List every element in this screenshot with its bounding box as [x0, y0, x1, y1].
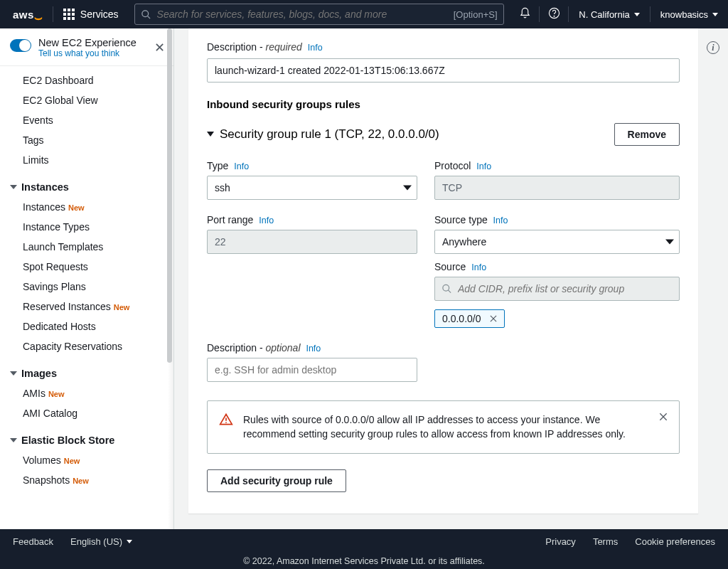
cookie-link[interactable]: Cookie preferences	[635, 536, 715, 547]
svg-line-5	[448, 290, 451, 293]
notifications-button[interactable]	[510, 7, 539, 21]
sidebar-item[interactable]: EC2 Dashboard	[0, 70, 173, 90]
sidebar-item[interactable]: AMIsNew	[0, 383, 173, 403]
source-input[interactable]	[434, 277, 680, 301]
global-search[interactable]: [Option+S]	[134, 4, 504, 25]
svg-point-3	[554, 16, 555, 16]
sidebar-item[interactable]: Spot Requests	[0, 257, 173, 277]
warning-icon	[219, 413, 233, 442]
info-link[interactable]: Info	[476, 161, 491, 171]
sidebar-section[interactable]: Elastic Block Store	[0, 423, 173, 450]
info-link[interactable]: Info	[234, 161, 249, 171]
sidebar-section[interactable]: Instances	[0, 170, 173, 197]
svg-line-1	[147, 16, 150, 18]
aws-logo[interactable]: aws⌣	[0, 8, 53, 21]
chevron-down-icon	[10, 438, 17, 442]
rule-port-field	[207, 230, 417, 254]
account-menu[interactable]: knowbasics	[651, 9, 728, 20]
info-link[interactable]: Info	[259, 216, 274, 225]
new-badge: New	[114, 303, 130, 312]
svg-point-0	[141, 10, 148, 16]
new-experience-toggle[interactable]	[10, 39, 31, 52]
services-menu[interactable]: Services	[53, 9, 129, 20]
sidebar-item[interactable]: AMI Catalog	[0, 403, 173, 423]
help-button[interactable]	[540, 7, 568, 21]
privacy-link[interactable]: Privacy	[545, 536, 576, 547]
remove-tag-button[interactable]	[488, 314, 498, 324]
feedback-link[interactable]: Feedback	[13, 536, 53, 547]
chevron-down-icon	[634, 13, 640, 16]
svg-point-9	[225, 422, 227, 423]
source-type-select[interactable]	[434, 230, 680, 254]
terms-link[interactable]: Terms	[593, 536, 618, 547]
chevron-down-icon	[127, 540, 132, 543]
add-rule-button[interactable]: Add security group rule	[207, 469, 346, 492]
sidebar-item[interactable]: Tags	[0, 130, 173, 150]
rule-description-input[interactable]	[207, 358, 417, 382]
rule-description-label: Description - optional Info	[207, 342, 417, 353]
rule-protocol-field	[434, 176, 680, 200]
new-badge: New	[64, 457, 80, 465]
chevron-down-icon	[712, 13, 718, 16]
chevron-down-icon	[403, 186, 412, 191]
sidebar-item[interactable]: Limits	[0, 150, 173, 170]
sidebar-item[interactable]: Reserved InstancesNew	[0, 297, 173, 317]
sg-description-input[interactable]	[207, 58, 680, 83]
new-experience-title: New EC2 Experience	[38, 37, 136, 48]
help-icon	[548, 7, 560, 19]
sidebar-item[interactable]: Capacity Reservations	[0, 336, 173, 356]
sidebar-item[interactable]: SnapshotsNew	[0, 470, 173, 490]
sidebar-item[interactable]: Instance Types	[0, 217, 173, 237]
new-badge: New	[48, 390, 65, 398]
info-link[interactable]: Info	[308, 43, 323, 53]
services-label: Services	[80, 9, 119, 20]
new-experience-feedback-link[interactable]: Tell us what you think	[38, 48, 136, 58]
chevron-down-icon	[665, 240, 674, 245]
rule-title: Security group rule 1 (TCP, 22, 0.0.0.0/…	[220, 127, 439, 142]
bell-icon	[519, 7, 531, 19]
search-icon	[141, 9, 151, 20]
rule-type-select[interactable]	[207, 176, 417, 200]
search-shortcut: [Option+S]	[454, 9, 498, 20]
new-badge: New	[73, 477, 89, 485]
sidebar-section[interactable]: Images	[0, 356, 173, 383]
sidebar-scrollbar[interactable]	[167, 28, 172, 363]
svg-point-4	[443, 284, 449, 291]
info-link[interactable]: Info	[493, 216, 508, 225]
new-badge: New	[68, 203, 85, 212]
remove-rule-button[interactable]: Remove	[614, 123, 680, 146]
description-label: Description - required Info	[207, 41, 680, 53]
sidebar-item[interactable]: InstancesNew	[0, 197, 173, 217]
info-link[interactable]: Info	[471, 262, 486, 272]
sidebar-item[interactable]: EC2 Global View	[0, 90, 173, 110]
sidebar-item[interactable]: Savings Plans	[0, 277, 173, 297]
search-input[interactable]	[151, 9, 454, 20]
info-link[interactable]: Info	[306, 344, 321, 353]
open-source-warning: Rules with source of 0.0.0.0/0 allow all…	[207, 400, 680, 454]
inbound-rules-heading: Inbound security groups rules	[207, 98, 680, 110]
chevron-down-icon	[10, 371, 17, 376]
region-selector[interactable]: N. California	[569, 9, 650, 20]
grid-icon	[63, 9, 75, 20]
sidebar-item[interactable]: Dedicated Hosts	[0, 317, 173, 336]
copyright: © 2022, Amazon Internet Services Private…	[0, 553, 728, 569]
sidebar-item[interactable]: Events	[0, 110, 173, 130]
chevron-down-icon	[10, 185, 17, 189]
chevron-down-icon[interactable]	[207, 132, 214, 137]
dismiss-warning-button[interactable]	[658, 411, 669, 425]
info-panel-toggle[interactable]: i	[707, 41, 719, 54]
sidebar-item[interactable]: Launch Templates	[0, 237, 173, 257]
search-icon	[441, 284, 452, 294]
language-selector[interactable]: English (US)	[70, 536, 132, 547]
source-tag: 0.0.0.0/0	[434, 309, 505, 328]
sidebar-item[interactable]: VolumesNew	[0, 450, 173, 470]
close-icon[interactable]: ✕	[154, 37, 165, 54]
